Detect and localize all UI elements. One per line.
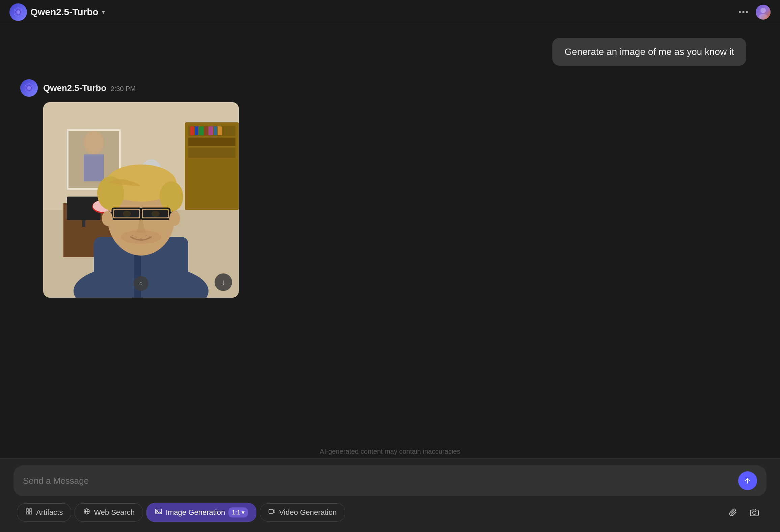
svg-point-59 [132,235,133,236]
svg-rect-69 [29,512,32,514]
ai-avatar-header [9,3,27,21]
web-search-button[interactable]: Web Search [75,503,143,522]
ratio-chevron: ▾ [242,509,245,516]
header-right: ••• [739,5,771,20]
image-info-button[interactable]: ○ [134,276,148,291]
svg-point-32 [84,131,104,154]
status-text: AI-generated content may contain inaccur… [320,448,461,455]
svg-rect-19 [188,138,235,146]
header: Qwen2.5-Turbo ▾ ••• [0,0,780,24]
svg-rect-27 [218,126,222,135]
svg-rect-26 [214,126,217,135]
image-generation-button[interactable]: Image Generation 1:1 ▾ [146,503,256,522]
svg-point-7 [760,8,766,13]
svg-rect-33 [84,154,104,181]
svg-point-61 [145,235,147,236]
svg-point-65 [169,211,180,226]
svg-point-58 [121,230,161,244]
svg-rect-25 [208,126,213,135]
header-left: Qwen2.5-Turbo ▾ [9,3,105,21]
message-input[interactable] [23,476,738,486]
attachment-button[interactable] [725,504,742,521]
ratio-badge[interactable]: 1:1 ▾ [228,507,248,518]
svg-rect-23 [199,126,203,135]
video-generation-icon [268,508,276,517]
svg-rect-66 [26,509,29,511]
chevron-down-icon[interactable]: ▾ [102,8,105,16]
svg-point-57 [151,211,160,217]
svg-point-62 [149,236,150,238]
svg-rect-22 [195,126,198,135]
bottom-area: Artifacts Web Search Image [0,458,780,532]
svg-point-60 [135,236,137,238]
ai-time: 2:30 PM [111,85,136,92]
toolbar-row: Artifacts Web Search Image [13,503,767,522]
image-generation-icon [155,508,162,517]
svg-rect-24 [204,126,208,135]
svg-rect-75 [269,509,273,513]
svg-point-56 [123,211,131,217]
image-generation-label: Image Generation [166,508,225,517]
artifacts-icon [25,508,33,517]
svg-point-63 [140,238,142,239]
video-generation-label: Video Generation [279,508,337,517]
svg-rect-21 [190,126,194,135]
svg-point-48 [160,181,183,212]
ai-message-container: Qwen2.5-Turbo 2:30 PM [20,79,277,298]
ai-name-group: Qwen2.5-Turbo 2:30 PM [43,83,136,93]
svg-rect-20 [188,148,235,158]
svg-rect-67 [29,509,32,511]
ai-message-header: Qwen2.5-Turbo 2:30 PM [20,79,277,97]
svg-point-64 [102,211,113,226]
input-row [13,465,767,496]
ratio-label: 1:1 [232,509,240,516]
svg-rect-68 [26,512,29,514]
svg-point-77 [753,511,756,514]
chat-area: Generate an image of me as you know it Q… [0,24,780,445]
user-message-bubble: Generate an image of me as you know it [552,38,746,66]
generated-image-container: ○ ↓ [43,102,239,298]
more-options-icon[interactable]: ••• [739,7,749,17]
video-generation-button[interactable]: Video Generation [260,503,345,522]
web-search-icon [83,508,90,517]
artifacts-button[interactable]: Artifacts [17,503,71,522]
user-avatar[interactable] [756,5,771,20]
web-search-label: Web Search [94,508,135,517]
status-bar: AI-generated content may contain inaccur… [0,445,780,458]
ai-name: Qwen2.5-Turbo [43,83,106,93]
svg-rect-36 [82,220,85,227]
artifacts-label: Artifacts [36,508,63,517]
image-download-button[interactable]: ↓ [215,273,232,291]
camera-button[interactable] [746,504,763,521]
user-message-text: Generate an image of me as you know it [564,47,734,57]
header-title: Qwen2.5-Turbo [30,7,99,18]
ai-avatar [20,79,38,97]
send-button[interactable] [738,471,757,490]
user-message-container: Generate an image of me as you know it [20,38,760,66]
